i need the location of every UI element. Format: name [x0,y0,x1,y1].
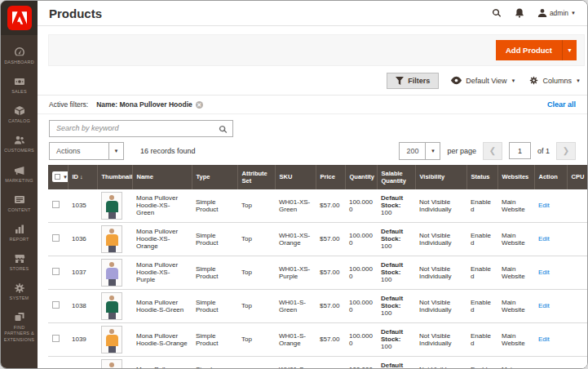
per-page-value: 200 [400,143,425,159]
chevron-down-icon: ▼ [576,78,581,83]
row-checkbox[interactable] [52,301,60,309]
actions-dropdown[interactable]: Actions ▼ [49,142,124,160]
cell-sku: WH01-XS-Green [275,189,316,223]
product-thumbnail [101,259,122,287]
column-header-action[interactable]: Action [534,165,567,189]
cell-id: 1039 [68,322,97,356]
default-view-button[interactable]: Default View ▼ [451,76,515,85]
filters-button[interactable]: Filters [387,73,439,89]
sidebar-item-content[interactable]: CONTENT [1,194,38,213]
column-header-id[interactable]: ID↓ [68,165,97,189]
row-select-cell [48,289,68,322]
sidebar-item-label: CUSTOMERS [2,148,38,153]
gear-icon [528,76,539,85]
sidebar-item-label: SALES [2,89,38,95]
cell-price: $57.00 [316,222,345,256]
column-header-salable-quantity[interactable]: Salable Quantity [377,165,415,189]
column-header-quantity[interactable]: Quantity [345,165,377,189]
sidebar-item-partners[interactable]: FIND PARTNERS & EXTENSIONS [1,312,38,342]
sidebar-item-catalog[interactable]: CATALOG [1,105,38,124]
column-header-cpu[interactable]: CPU [567,165,588,189]
sidebar-item-customers[interactable]: CUSTOMERS [1,135,38,153]
row-checkbox[interactable] [52,201,60,208]
content-icon [14,194,25,206]
cell-quantity: 100.0000 [345,256,377,289]
columns-button[interactable]: Columns ▼ [528,76,581,85]
cell-salable-quantity: Default Stock: 100 [377,322,415,356]
edit-link[interactable]: Edit [538,302,550,309]
cell-cpu [567,289,588,322]
cell-sku: WH01-S-Green [275,289,316,322]
products-grid: ▼ ID↓ThumbnailNameTypeAttribute SetSKUPr… [48,165,585,369]
cell-type: Simple Product [192,189,237,223]
page-number-input[interactable] [509,142,531,159]
search-icon[interactable] [492,8,502,18]
keyword-search-input[interactable] [49,120,233,137]
cell-name: Mona Pullover Hoodie-S-Green [132,289,192,322]
next-page-button[interactable]: ❯ [556,142,576,160]
chevron-down-icon: ▼ [63,175,68,180]
sidebar-item-stores[interactable]: STORES [1,253,38,272]
column-header-price[interactable]: Price [316,165,345,189]
column-header-sku[interactable]: SKU [275,165,316,189]
column-header-websites[interactable]: Websites [497,165,534,189]
default-view-label: Default View [466,77,506,85]
sidebar-item-label: DASHBOARD [2,60,38,65]
sidebar-item-marketing[interactable]: MARKETING [1,165,38,184]
cell-price: $57.00 [316,289,345,322]
column-header-attribute-set[interactable]: Attribute Set [237,165,275,189]
dashboard-icon [14,47,25,58]
cell-action: Edit [534,322,567,356]
column-header-thumbnail[interactable]: Thumbnail [97,165,132,189]
edit-link[interactable]: Edit [538,235,550,242]
chevron-down-icon: ▼ [567,47,573,53]
cell-salable-quantity: Default Stock: 100 [377,289,415,322]
admin-user-menu[interactable]: admin ▼ [537,8,576,18]
column-header-visibility[interactable]: Visibility [415,165,466,189]
cell-salable-quantity: Default Stock: 100 [377,189,415,223]
cell-status: Enabled [466,356,497,369]
column-header-status[interactable]: Status [466,165,497,189]
cell-name: Mona Pullover Hoodie-XS-Orange [132,222,192,256]
sidebar-item-system[interactable]: SYSTEM [1,282,38,301]
sales-icon [14,76,25,87]
notifications-bell-icon[interactable] [515,8,524,18]
clear-all-link[interactable]: Clear all [547,100,576,109]
add-product-label[interactable]: Add Product [496,40,562,60]
column-header-type[interactable]: Type [192,165,237,189]
table-row: 1037Mona Pullover Hoodie-XS-PurpleSimple… [48,256,588,289]
cell-websites: Main Website [497,289,534,322]
cell-visibility: Not Visible Individually [415,189,466,223]
edit-link[interactable]: Edit [538,336,550,343]
sidebar-item-label: STORES [2,266,38,272]
edit-link[interactable]: Edit [538,269,550,276]
grid-actions-row: Actions ▼ 16 records found 200 ▼ per pag… [38,137,587,165]
remove-filter-icon[interactable]: ✕ [196,101,203,109]
sidebar-item-dashboard[interactable]: DASHBOARD [1,47,38,65]
cell-name: Mona Pullover Hoodie-S-Purple [132,356,192,369]
previous-page-button[interactable]: ❮ [483,142,502,160]
cell-salable-quantity: Default Stock: 100 [377,356,415,369]
cell-name: Mona Pullover Hoodie-XS-Green [132,189,192,223]
cell-attribute-set: Top [237,222,275,256]
edit-link[interactable]: Edit [538,202,550,209]
grid-header-row: ▼ ID↓ThumbnailNameTypeAttribute SetSKUPr… [48,165,588,189]
search-icon[interactable] [219,122,228,137]
row-checkbox[interactable] [52,234,60,242]
add-product-button[interactable]: Add Product ▼ [496,40,577,60]
sidebar-item-label: FIND PARTNERS & EXTENSIONS [2,325,38,342]
cell-type: Simple Product [192,356,237,369]
row-checkbox[interactable] [52,335,60,342]
logo-block[interactable] [1,1,38,35]
cell-id: 1040 [68,356,97,369]
column-header-name[interactable]: Name [132,165,192,189]
sidebar-item-sales[interactable]: SALES [1,76,38,95]
add-product-split-caret[interactable]: ▼ [562,40,577,60]
per-page-dropdown[interactable]: 200 ▼ [399,142,440,160]
cell-visibility: Not Visible Individually [415,322,466,356]
sidebar-item-report[interactable]: REPORT [1,224,38,242]
row-checkbox[interactable] [52,268,60,275]
eye-icon [451,76,462,85]
cell-action: Edit [534,256,567,289]
cell-cpu [567,322,588,356]
